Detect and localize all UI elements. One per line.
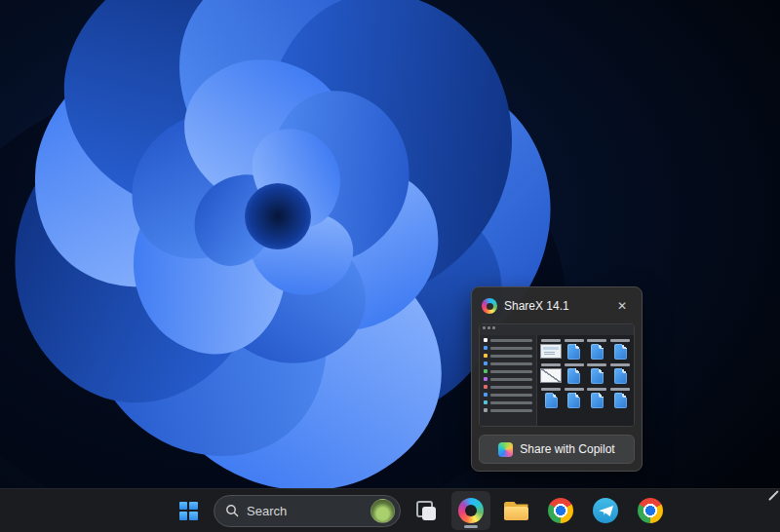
preview-header: ShareX 14.1 ✕ [479, 294, 635, 323]
copilot-icon [498, 442, 513, 457]
close-icon[interactable]: ✕ [610, 296, 634, 316]
file-explorer-icon [504, 502, 528, 520]
thumb-file-cell [540, 363, 562, 384]
search-icon [225, 504, 239, 517]
thumb-file-cell [609, 339, 631, 360]
running-indicator [464, 525, 478, 528]
thumb-file-cell [587, 363, 608, 384]
desktop: ShareX 14.1 ✕ [0, 0, 780, 532]
thumb-file-cell [564, 388, 585, 408]
thumb-file-cell [564, 339, 585, 360]
taskbar-center-group: Search [169, 489, 670, 532]
thumb-file-cell [609, 363, 631, 384]
thumb-file-cell [609, 388, 631, 408]
thumbnail-toolbar [480, 324, 634, 335]
taskbar-app-sharex[interactable] [451, 491, 490, 530]
thumb-file-cell [564, 363, 585, 384]
thumb-file-cell [587, 388, 608, 408]
taskbar-app-browser[interactable] [631, 491, 670, 530]
taskbar: Search [0, 488, 780, 532]
windows-logo-icon [179, 502, 198, 520]
share-button-label: Share with Copilot [520, 442, 614, 456]
thumb-file-cell [540, 388, 562, 408]
thumbnail-body [480, 335, 634, 426]
task-view-button[interactable] [407, 491, 446, 530]
wallpaper-bloom [0, 0, 780, 532]
taskbar-app-chrome[interactable] [541, 491, 580, 530]
taskbar-app-file-explorer[interactable] [496, 491, 535, 530]
search-highlight-image[interactable] [370, 499, 395, 523]
search-input[interactable]: Search [214, 495, 401, 527]
chrome-icon [548, 498, 573, 523]
thumb-file-cell [540, 339, 562, 360]
browser-icon [638, 498, 663, 523]
task-view-icon [415, 500, 437, 521]
share-with-copilot-button[interactable]: Share with Copilot [479, 435, 635, 464]
sharex-icon [458, 498, 484, 523]
preview-title: ShareX 14.1 [504, 299, 604, 313]
taskbar-app-telegram[interactable] [586, 491, 625, 530]
thumb-file-cell [587, 339, 608, 360]
pen-icon[interactable] [762, 486, 776, 498]
search-placeholder: Search [247, 504, 363, 518]
thumbnail-file-grid [537, 335, 634, 426]
taskbar-preview-sharex: ShareX 14.1 ✕ [471, 286, 643, 472]
sharex-logo-icon [482, 298, 497, 314]
start-button[interactable] [169, 491, 208, 530]
sharex-window-thumbnail[interactable] [479, 323, 635, 427]
telegram-icon [593, 498, 618, 523]
thumbnail-sidebar [480, 335, 537, 426]
